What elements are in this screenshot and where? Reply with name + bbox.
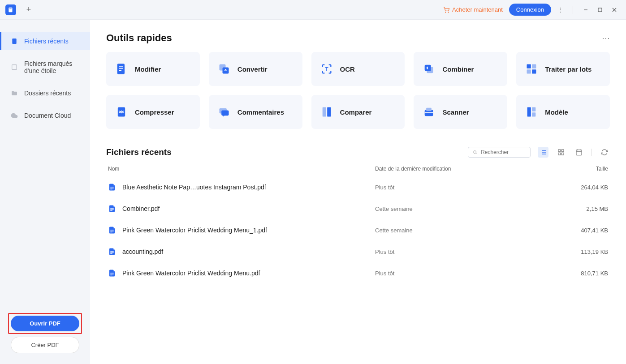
- create-pdf-button[interactable]: Créer PDF: [11, 337, 79, 353]
- list-view-icon[interactable]: [538, 147, 548, 158]
- col-size-header[interactable]: Taille: [554, 166, 608, 172]
- svg-rect-60: [110, 253, 114, 253]
- login-button[interactable]: Connexion: [509, 4, 551, 16]
- sidebar-item-label: Fichiers marqués d'une étoile: [24, 60, 83, 74]
- search-input[interactable]: [481, 149, 526, 155]
- new-tab-button[interactable]: +: [23, 4, 34, 15]
- svg-line-35: [476, 153, 477, 154]
- titlebar: + Acheter maintenant Connexion ⋮: [0, 0, 626, 20]
- compare-icon: [320, 106, 333, 118]
- svg-rect-50: [110, 187, 114, 187]
- svg-rect-61: [110, 253, 112, 254]
- tool-label: Commentaires: [237, 108, 284, 116]
- tool-label: OCR: [340, 65, 355, 73]
- buy-now-label: Acheter maintenant: [452, 6, 503, 13]
- main-content: Outils rapides ⋯ Modifier Convertir T OC…: [90, 20, 626, 364]
- open-pdf-button[interactable]: Ouvrir PDF: [11, 316, 79, 331]
- cart-icon: [443, 7, 449, 13]
- tool-grid: Modifier Convertir T OCR Combiner Traite…: [106, 52, 610, 129]
- tool-batch[interactable]: Traiter par lots: [516, 52, 610, 86]
- svg-rect-54: [110, 210, 114, 210]
- tool-label: Modifier: [135, 65, 161, 73]
- edit-icon: [115, 63, 128, 75]
- tool-convert[interactable]: Convertir: [209, 52, 302, 86]
- svg-rect-51: [110, 188, 114, 188]
- file-table-header: Nom Date de la dernière modification Tai…: [106, 161, 610, 176]
- svg-rect-22: [532, 69, 536, 73]
- tool-edit[interactable]: Modifier: [106, 52, 200, 86]
- sidebar-item-recent-files[interactable]: Fichiers récents: [0, 32, 90, 50]
- svg-rect-32: [532, 107, 535, 111]
- file-name-label: Pink Green Watercolor Priclist Wedding M…: [122, 270, 260, 277]
- tool-template[interactable]: Modèle: [516, 95, 610, 129]
- tool-label: Traiter par lots: [545, 65, 591, 73]
- tool-combine[interactable]: Combiner: [414, 52, 507, 86]
- svg-point-34: [474, 151, 476, 154]
- svg-rect-12: [119, 68, 123, 69]
- svg-rect-55: [110, 210, 112, 211]
- svg-rect-52: [110, 189, 112, 189]
- file-size-label: 264,04 KB: [554, 184, 608, 191]
- svg-point-3: [448, 12, 449, 12]
- tool-compress[interactable]: Compresser: [106, 95, 200, 129]
- svg-text:T: T: [325, 66, 328, 72]
- svg-rect-9: [12, 65, 17, 70]
- refresh-icon[interactable]: [599, 147, 610, 158]
- svg-rect-44: [558, 153, 561, 155]
- scanner-icon: [423, 106, 435, 118]
- svg-rect-0: [9, 7, 12, 12]
- file-row[interactable]: Pink Green Watercolor Priclist Wedding M…: [106, 262, 610, 284]
- file-row[interactable]: accounting.pdfPlus tôt113,19 KB: [106, 241, 610, 262]
- tool-label: Convertir: [237, 65, 268, 73]
- svg-rect-26: [322, 107, 326, 117]
- tools-more-icon[interactable]: ⋯: [602, 33, 610, 43]
- search-icon: [473, 150, 477, 155]
- sidebar-item-recent-folders[interactable]: Dossiers récents: [0, 84, 90, 102]
- file-size-label: 810,71 KB: [554, 270, 608, 277]
- svg-rect-57: [110, 231, 114, 231]
- template-icon: [525, 106, 538, 118]
- svg-rect-45: [561, 153, 564, 155]
- col-name-header[interactable]: Nom: [108, 166, 375, 172]
- svg-rect-59: [110, 251, 114, 252]
- svg-rect-20: [532, 64, 536, 69]
- file-row[interactable]: Pink Green Watercolor Priclist Wedding M…: [106, 219, 610, 241]
- tool-compare[interactable]: Comparer: [311, 95, 405, 129]
- grid-view-icon[interactable]: [556, 147, 566, 158]
- col-date-header[interactable]: Date de la dernière modification: [375, 166, 554, 172]
- separator: [573, 6, 573, 14]
- file-date-label: Cette semaine: [375, 206, 554, 212]
- svg-rect-43: [561, 150, 564, 152]
- close-icon[interactable]: [608, 4, 621, 16]
- folder-icon: [11, 90, 18, 97]
- sidebar-item-cloud[interactable]: Document Cloud: [0, 107, 90, 124]
- file-date-label: Plus tôt: [375, 184, 554, 191]
- batch-icon: [525, 63, 538, 75]
- search-input-wrapper[interactable]: [468, 147, 531, 158]
- ocr-icon: T: [320, 63, 333, 75]
- file-row[interactable]: Blue Aesthetic Note Pap…uotes Instagram …: [106, 176, 610, 198]
- minimize-icon[interactable]: [579, 4, 592, 16]
- tool-scanner[interactable]: Scanner: [414, 95, 507, 129]
- maximize-icon[interactable]: [594, 4, 606, 16]
- highlight-annotation: Ouvrir PDF: [8, 313, 82, 334]
- file-row[interactable]: Combiner.pdfCette semaine2,15 MB: [106, 198, 610, 219]
- svg-rect-10: [117, 64, 125, 74]
- tool-ocr[interactable]: T OCR: [311, 52, 405, 86]
- svg-rect-33: [532, 112, 535, 116]
- file-name-label: Pink Green Watercolor Priclist Wedding M…: [122, 227, 267, 234]
- svg-rect-1: [9, 9, 12, 9]
- buy-now-link[interactable]: Acheter maintenant: [443, 6, 503, 13]
- tool-comments[interactable]: Commentaires: [209, 95, 302, 129]
- calendar-view-icon[interactable]: [574, 147, 584, 158]
- combine-icon: [423, 63, 435, 75]
- tool-label: Scanner: [442, 108, 469, 116]
- sidebar-item-starred[interactable]: Fichiers marqués d'une étoile: [0, 55, 90, 80]
- comments-icon: [218, 106, 230, 118]
- svg-rect-46: [576, 150, 582, 155]
- more-menu-icon[interactable]: ⋮: [557, 6, 564, 13]
- file-date-label: Cette semaine: [375, 227, 554, 234]
- sidebar-item-label: Dossiers récents: [24, 90, 71, 97]
- app-logo-icon[interactable]: [5, 4, 16, 15]
- svg-rect-31: [527, 107, 531, 117]
